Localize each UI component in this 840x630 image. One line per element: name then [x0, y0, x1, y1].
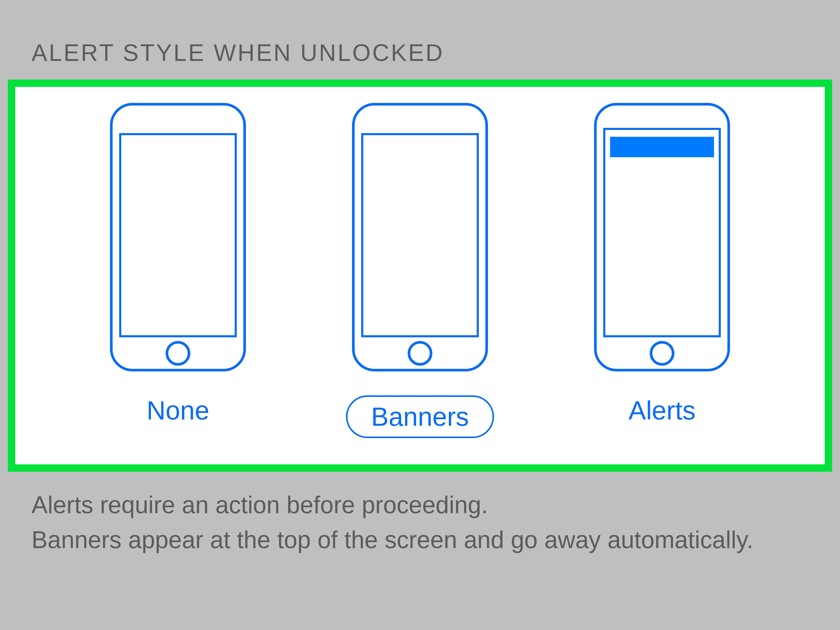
section-footer: Alerts require an action before proceedi…	[0, 472, 840, 557]
svg-rect-1	[120, 134, 236, 336]
alert-style-panel: None Banners Alerts	[8, 79, 832, 472]
alert-banner-bar-icon	[610, 137, 714, 157]
alert-style-label-none: None	[147, 395, 209, 426]
phone-alerts-icon	[594, 103, 730, 372]
alert-style-options-row: None Banners Alerts	[36, 103, 804, 438]
phone-banners-icon	[352, 103, 488, 372]
alert-style-label-banners: Banners	[346, 395, 494, 438]
phone-none-icon	[110, 103, 246, 372]
alert-style-option-banners[interactable]: Banners	[346, 103, 494, 438]
alert-style-label-alerts: Alerts	[628, 395, 696, 426]
svg-rect-4	[362, 134, 478, 336]
footer-line-2: Banners appear at the top of the screen …	[32, 523, 808, 557]
section-header: ALERT STYLE WHEN UNLOCKED	[0, 0, 840, 79]
footer-line-1: Alerts require an action before proceedi…	[32, 488, 808, 523]
alert-style-option-none[interactable]: None	[104, 103, 251, 426]
svg-rect-7	[604, 129, 720, 336]
alert-style-option-alerts[interactable]: Alerts	[589, 103, 736, 426]
